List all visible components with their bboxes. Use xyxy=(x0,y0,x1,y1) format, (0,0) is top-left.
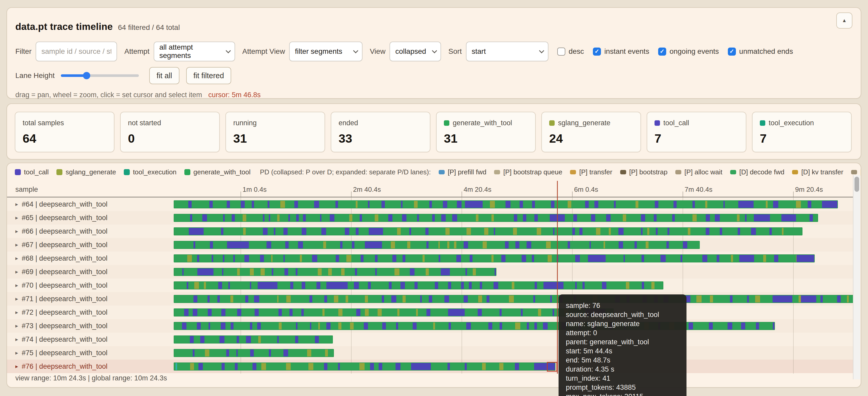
bar-stripe xyxy=(307,349,311,357)
timeline-row-s65[interactable]: ▸#65 | deepsearch_with_tool xyxy=(7,211,855,225)
trace-bar[interactable] xyxy=(174,282,663,290)
row-expand-caret-icon[interactable]: ▸ xyxy=(16,228,18,234)
timeline-row-s74[interactable]: ▸#74 | deepsearch_with_tool xyxy=(7,333,855,346)
timeline-ruler[interactable]: sample 1m 0.4s2m 40.4s4m 20.4s6m 0.4s7m … xyxy=(7,181,861,197)
timeline-row-s67[interactable]: ▸#67 | deepsearch_with_tool xyxy=(7,238,855,252)
timeline-row-s72[interactable]: ▸#72 | deepsearch_with_tool xyxy=(7,305,855,319)
bar-stripe xyxy=(441,214,446,222)
timeline-row-s68[interactable]: ▸#68 | deepsearch_with_tool xyxy=(7,252,855,265)
scrollbar-thumb[interactable] xyxy=(855,177,859,192)
legend-swatch xyxy=(730,170,736,174)
bar-stripe xyxy=(254,295,259,303)
stat-card-ended: ended33 xyxy=(331,112,430,152)
stat-card-label-row: tool_call xyxy=(654,119,739,127)
bar-stripe xyxy=(365,308,369,317)
legend-label: [P] transfer xyxy=(579,168,612,176)
row-expand-caret-icon[interactable]: ▸ xyxy=(16,309,18,316)
row-expand-caret-icon[interactable]: ▸ xyxy=(16,296,18,302)
checkbox-box[interactable] xyxy=(557,47,565,56)
timeline-row-s66[interactable]: ▸#66 | deepsearch_with_tool xyxy=(7,225,855,238)
timeline-row-s76[interactable]: ▸#76 | deepsearch_with_tool xyxy=(7,360,855,373)
row-expand-caret-icon[interactable]: ▸ xyxy=(16,323,18,329)
bar-stripe xyxy=(579,227,582,235)
row-expand-caret-icon[interactable]: ▸ xyxy=(16,214,18,221)
bar-stripe xyxy=(495,268,496,276)
checkbox-desc[interactable]: desc xyxy=(557,47,584,56)
vertical-scrollbar[interactable] xyxy=(853,175,860,380)
bar-stripe xyxy=(260,268,265,276)
chevron-down-icon xyxy=(539,48,544,53)
timeline-row-s71[interactable]: ▸#71 | deepsearch_with_tool xyxy=(7,292,855,305)
attempt-view-select[interactable]: filter segments xyxy=(289,41,363,61)
timeline-row-s64[interactable]: ▸#64 | deepsearch_with_tool xyxy=(7,197,855,211)
trace-bar[interactable] xyxy=(174,227,803,235)
stat-card-value: 0 xyxy=(128,131,212,145)
search-input[interactable]: sample id / source / st xyxy=(36,41,117,61)
bar-stripe xyxy=(219,335,224,343)
row-expand-caret-icon[interactable]: ▸ xyxy=(16,336,18,342)
bar-stripe xyxy=(321,227,326,235)
bar-stripe xyxy=(478,308,482,317)
bar-stripe xyxy=(568,200,571,208)
axis-tick-label: 6m 0.4s xyxy=(574,186,598,194)
bar-stripe xyxy=(533,295,535,303)
bar-stripe xyxy=(302,282,305,290)
bar-stripe xyxy=(346,254,351,262)
bar-stripe xyxy=(641,214,645,222)
row-expand-caret-icon[interactable]: ▸ xyxy=(16,201,18,207)
row-expand-caret-icon[interactable]: ▸ xyxy=(16,269,18,275)
bar-stripe xyxy=(407,241,410,249)
row-expand-caret-icon[interactable]: ▸ xyxy=(16,282,18,289)
trace-bar[interactable] xyxy=(174,295,859,303)
legend-label: [D] kv transfer xyxy=(801,168,843,176)
sample-row-label: ▸#70 | deepsearch_with_tool xyxy=(16,278,107,292)
checkbox-box[interactable]: ✓ xyxy=(728,47,736,56)
trace-bar[interactable] xyxy=(174,268,496,276)
legend-item-Dkvtransfer: [D] kv transfer xyxy=(792,168,843,176)
bar-stripe xyxy=(361,254,364,262)
bar-stripe xyxy=(710,295,713,303)
trace-bar[interactable] xyxy=(174,254,815,262)
timeline-row-s73[interactable]: ▸#73 | deepsearch_with_tool xyxy=(7,319,855,333)
sort-select[interactable]: start xyxy=(466,41,549,61)
bar-stripe xyxy=(754,214,770,222)
fit-all-button[interactable]: fit all xyxy=(149,67,179,84)
trace-bar[interactable] xyxy=(174,241,700,249)
trace-bar[interactable] xyxy=(174,349,334,357)
bar-stripe xyxy=(688,227,691,235)
checkbox-box[interactable]: ✓ xyxy=(658,47,666,56)
attempt-select[interactable]: all attempt segments xyxy=(154,41,235,61)
bar-stripe xyxy=(505,241,508,249)
timeline-panel: tool_callsglang_generatetool_executionge… xyxy=(6,163,861,388)
checkbox-ongoing-events[interactable]: ✓ongoing events xyxy=(658,47,719,56)
stat-card-value: 31 xyxy=(444,131,528,145)
header-panel: data.pt trace timeline 64 filtered / 64 … xyxy=(6,7,861,99)
bar-stripe xyxy=(433,322,435,330)
bar-stripe xyxy=(300,254,302,262)
checkbox-unmatched-ends[interactable]: ✓unmatched ends xyxy=(728,47,793,56)
timeline-row-s75[interactable]: ▸#75 | deepsearch_with_tool xyxy=(7,346,855,360)
timeline-row-s70[interactable]: ▸#70 | deepsearch_with_tool xyxy=(7,278,855,292)
trace-bar[interactable] xyxy=(174,362,555,370)
timeline-row-s69[interactable]: ▸#69 | deepsearch_with_tool xyxy=(7,265,855,278)
collapse-panel-button[interactable]: ▲ xyxy=(836,12,852,29)
checkbox-instant-events[interactable]: ✓instant events xyxy=(593,47,649,56)
trace-bar[interactable] xyxy=(174,214,818,222)
row-expand-caret-icon[interactable]: ▸ xyxy=(16,350,18,356)
row-expand-caret-icon[interactable]: ▸ xyxy=(16,363,18,369)
lane-height-slider[interactable] xyxy=(61,67,139,84)
selected-segment-outline xyxy=(547,362,557,371)
trace-bar[interactable] xyxy=(174,335,333,343)
row-expand-caret-icon[interactable]: ▸ xyxy=(16,242,18,248)
row-expand-caret-icon[interactable]: ▸ xyxy=(16,255,18,261)
trace-bar[interactable] xyxy=(174,308,614,317)
bar-stripe xyxy=(452,214,457,222)
checkbox-box[interactable]: ✓ xyxy=(593,47,601,56)
trace-bar[interactable] xyxy=(174,200,838,208)
bar-stripe xyxy=(492,254,494,262)
bar-stripe xyxy=(411,362,431,370)
slider-thumb[interactable] xyxy=(83,72,90,79)
fit-filtered-button[interactable]: fit filtered xyxy=(186,67,231,84)
view-select[interactable]: collapsed xyxy=(390,41,441,61)
bar-stripe xyxy=(681,254,682,262)
